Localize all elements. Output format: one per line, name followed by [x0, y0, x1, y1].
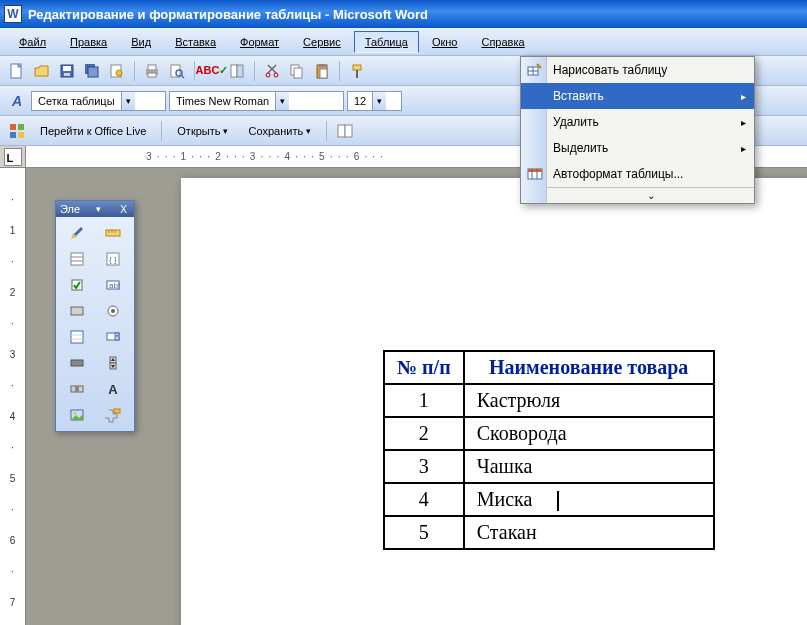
office-live-open[interactable]: Открыть▾	[169, 120, 236, 142]
table-row[interactable]: 4Миска	[384, 483, 714, 516]
textbox-control-icon[interactable]: ab|	[96, 273, 130, 297]
cell-number[interactable]: 3	[384, 450, 464, 483]
svg-point-48	[111, 309, 115, 313]
menu-draw-table[interactable]: Нарисовать таблицу	[521, 57, 754, 83]
design-mode-icon[interactable]	[60, 221, 94, 245]
menu-bar: Файл Правка Вид Вставка Формат Сервис Та…	[0, 28, 807, 56]
svg-rect-15	[237, 65, 243, 77]
svg-rect-28	[18, 124, 24, 130]
reading-layout-icon[interactable]	[334, 120, 356, 142]
image-control-icon[interactable]	[60, 403, 94, 427]
menu-view[interactable]: Вид	[120, 31, 162, 53]
research-icon[interactable]	[226, 60, 248, 82]
toolbox-chevron-down-icon[interactable]: ▾	[96, 204, 101, 214]
cell-number[interactable]: 5	[384, 516, 464, 549]
svg-rect-24	[320, 69, 327, 78]
scrollbar-control-icon[interactable]	[60, 377, 94, 401]
combobox-control-icon[interactable]	[96, 325, 130, 349]
vertical-ruler[interactable]: ·1·2·3·4·5·6·7	[0, 168, 26, 625]
font-combo-text: Times New Roman	[174, 95, 275, 107]
label-control-icon[interactable]: A	[96, 377, 130, 401]
cell-number[interactable]: 4	[384, 483, 464, 516]
view-code-icon[interactable]: { }	[96, 247, 130, 271]
svg-point-19	[274, 73, 278, 77]
cell-name[interactable]: Миска	[464, 483, 714, 516]
menu-table[interactable]: Таблица	[354, 31, 419, 53]
option-control-icon[interactable]	[96, 299, 130, 323]
controls-toolbox[interactable]: Эле ▾ X { } ab| A	[55, 200, 135, 432]
autoformat-icon	[525, 164, 545, 184]
format-painter-icon[interactable]	[346, 60, 368, 82]
cell-number[interactable]: 1	[384, 384, 464, 417]
button-control-icon[interactable]	[60, 299, 94, 323]
open-icon[interactable]	[31, 60, 53, 82]
table-row[interactable]: 2Сковорода	[384, 417, 714, 450]
svg-rect-32	[345, 125, 352, 137]
saveall-icon[interactable]	[81, 60, 103, 82]
properties-icon[interactable]	[60, 247, 94, 271]
menu-select-table[interactable]: Выделить ▸	[521, 135, 754, 161]
svg-rect-5	[88, 67, 98, 77]
more-controls-icon[interactable]	[96, 403, 130, 427]
chevron-down-icon: ▾	[275, 92, 289, 110]
office-live-save[interactable]: Сохранить▾	[240, 120, 319, 142]
toolbox-close-icon[interactable]: X	[117, 204, 130, 215]
cell-name[interactable]: Кастрюля	[464, 384, 714, 417]
cell-number[interactable]: 2	[384, 417, 464, 450]
save-icon[interactable]	[56, 60, 78, 82]
window-title: Редактирование и форматирование таблицы …	[28, 7, 428, 22]
menu-window[interactable]: Окно	[421, 31, 469, 53]
print-icon[interactable]	[141, 60, 163, 82]
office-live-go[interactable]: Перейти к Office Live	[32, 120, 154, 142]
header-number[interactable]: № п/п	[384, 351, 464, 384]
svg-rect-31	[338, 125, 345, 137]
menu-expand-chevron[interactable]: ⌄	[547, 187, 754, 203]
menu-format[interactable]: Формат	[229, 31, 290, 53]
menu-insert-table[interactable]: Вставить ▸	[521, 83, 754, 109]
svg-rect-11	[171, 65, 180, 77]
svg-text:{ }: { }	[109, 255, 117, 264]
ruler-tool-icon[interactable]	[96, 221, 130, 245]
svg-point-18	[266, 73, 270, 77]
permissions-icon[interactable]	[106, 60, 128, 82]
spellcheck-icon[interactable]: ABC✓	[201, 60, 223, 82]
menu-delete-table[interactable]: Удалить ▸	[521, 109, 754, 135]
cell-name[interactable]: Сковорода	[464, 417, 714, 450]
new-doc-icon[interactable]	[6, 60, 28, 82]
paste-icon[interactable]	[311, 60, 333, 82]
table-row[interactable]: 1Кастрюля	[384, 384, 714, 417]
copy-icon[interactable]	[286, 60, 308, 82]
office-live-icon[interactable]	[6, 120, 28, 142]
table-row[interactable]: 5Стакан	[384, 516, 714, 549]
menu-tools[interactable]: Сервис	[292, 31, 352, 53]
style-combo[interactable]: Сетка таблицы ▾	[31, 91, 166, 111]
listbox-control-icon[interactable]	[60, 325, 94, 349]
font-combo[interactable]: Times New Roman ▾	[169, 91, 344, 111]
spin-control-icon[interactable]	[96, 351, 130, 375]
menu-edit[interactable]: Правка	[59, 31, 118, 53]
toolbox-titlebar[interactable]: Эле ▾ X	[56, 201, 134, 217]
table-row[interactable]: 3Чашка	[384, 450, 714, 483]
size-combo[interactable]: 12 ▾	[347, 91, 402, 111]
menu-autoformat-table[interactable]: Автоформат таблицы...	[521, 161, 754, 187]
svg-point-60	[74, 412, 77, 415]
menu-help[interactable]: Справка	[470, 31, 535, 53]
svg-rect-30	[18, 132, 24, 138]
cell-name[interactable]: Стакан	[464, 516, 714, 549]
svg-rect-3	[64, 73, 70, 76]
svg-rect-2	[63, 66, 71, 71]
styles-icon[interactable]: A	[6, 90, 28, 112]
document-table[interactable]: № п/п Наименование товара 1Кастрюля2Сков…	[383, 350, 715, 550]
submenu-arrow-icon: ▸	[741, 91, 746, 102]
svg-rect-29	[10, 132, 16, 138]
menu-insert[interactable]: Вставка	[164, 31, 227, 53]
menu-file[interactable]: Файл	[8, 31, 57, 53]
tab-selector[interactable]: L	[0, 146, 26, 168]
print-preview-icon[interactable]	[166, 60, 188, 82]
checkbox-control-icon[interactable]	[60, 273, 94, 297]
header-name[interactable]: Наименование товара	[464, 351, 714, 384]
cell-name[interactable]: Чашка	[464, 450, 714, 483]
cut-icon[interactable]	[261, 60, 283, 82]
table-header-row: № п/п Наименование товара	[384, 351, 714, 384]
toggle-control-icon[interactable]	[60, 351, 94, 375]
